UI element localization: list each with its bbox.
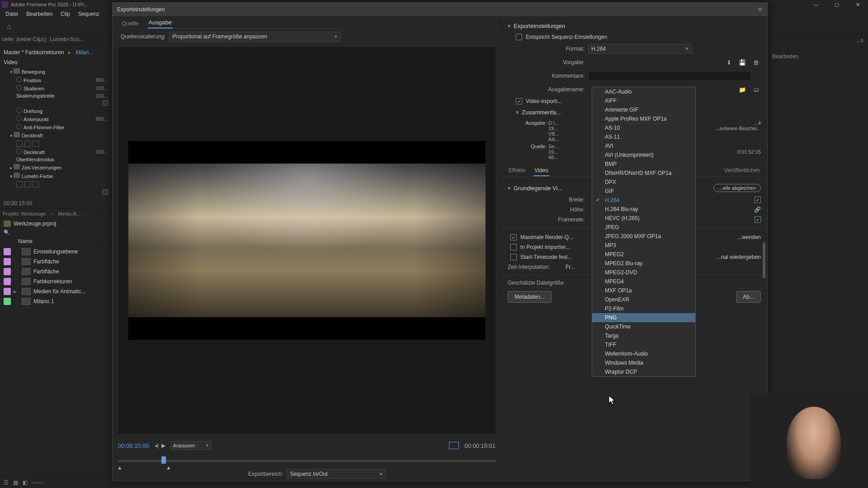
prop-scale-width[interactable]: Skalierungsbreite [16, 93, 55, 99]
menu-file[interactable]: Datei [2, 10, 22, 18]
metadata-button[interactable]: Metadaten... [508, 291, 552, 303]
prop-scale-width-value[interactable]: 100... [95, 93, 108, 99]
format-option[interactable]: AVI [592, 141, 695, 150]
aspect-ratio-icon[interactable] [449, 442, 459, 449]
tab-video[interactable]: Video [533, 165, 549, 176]
prop-position-value[interactable]: 960... [95, 77, 108, 83]
project-item[interactable]: Farbfläche [0, 267, 112, 277]
list-view-icon[interactable]: ☰ [4, 479, 9, 486]
freeform-view-icon[interactable]: ◧ [23, 479, 28, 486]
prop-opacity-value[interactable]: 100... [95, 149, 108, 155]
format-option[interactable]: Wraptor DCP [592, 367, 695, 376]
prop-anchor[interactable]: Ankerpunkt [24, 117, 49, 122]
format-option[interactable]: BMP [592, 160, 695, 169]
stopwatch-icon[interactable] [16, 149, 22, 154]
project-item[interactable]: Milano 1 [0, 296, 112, 306]
fps-match-checkbox[interactable] [755, 216, 761, 223]
browse-folder-icon[interactable]: 📁 [737, 84, 747, 94]
delete-preset-icon[interactable]: 🗑 [751, 57, 761, 67]
media-browser-tab[interactable]: Media-B... [58, 211, 80, 216]
project-item[interactable]: ▸Medien für Animatic... [0, 286, 112, 296]
format-option[interactable]: H.264 Blu-ray [592, 205, 695, 214]
format-option[interactable]: MPEG2-DVD [592, 268, 695, 277]
timeline-slider[interactable]: ▲ ▲ [113, 455, 501, 467]
project-tab[interactable]: Projekt: Werkzeuge [3, 211, 46, 216]
format-option[interactable]: AVI (Unkomprimiert) [592, 150, 695, 160]
format-option[interactable]: MPEG4 [592, 277, 695, 286]
mask-ellipse-icon[interactable] [16, 141, 23, 147]
menu-edit[interactable]: Bearbeiten [23, 10, 56, 18]
cancel-button[interactable]: Ab... [736, 291, 761, 303]
expand-icon[interactable]: ▸ [14, 288, 19, 295]
mask-pen-icon[interactable] [33, 181, 39, 188]
sequence-clip-link[interactable]: Milan... [75, 49, 93, 56]
export-video-checkbox[interactable] [516, 98, 522, 104]
format-option[interactable]: AS-11 [592, 132, 695, 141]
expand-icon[interactable]: ▾ [9, 69, 14, 75]
project-item[interactable]: Farbfläche [0, 257, 112, 267]
save-preset-icon[interactable]: 💾 [737, 57, 747, 67]
format-option[interactable]: P2-Film [592, 304, 695, 313]
fx-icon[interactable] [14, 173, 20, 178]
opacity-group[interactable]: Deckkraft [22, 133, 42, 138]
import-preset-icon[interactable]: ⬇ [724, 57, 734, 67]
mask-rect-icon[interactable] [24, 141, 31, 147]
format-option[interactable]: MPEG2 [592, 250, 695, 259]
prop-rotation[interactable]: Drehung [24, 108, 42, 114]
stopwatch-icon[interactable] [16, 85, 22, 90]
width-match-checkbox[interactable] [755, 197, 761, 203]
tab-publish[interactable]: Veröffentlichen [723, 165, 761, 176]
format-option[interactable]: AIFF [592, 96, 695, 105]
link-icon[interactable]: 🔗 [754, 206, 761, 213]
prop-position[interactable]: Position [24, 78, 41, 83]
lumetri-group[interactable]: Lumetri-Farbe [22, 174, 53, 179]
comments-field[interactable] [588, 71, 751, 81]
tab-effects[interactable]: Effekte [508, 165, 526, 176]
collapse-icon[interactable]: ▾ [516, 109, 519, 116]
current-timecode[interactable]: 00:00:15:00 [118, 442, 149, 449]
dialog-close-button[interactable]: ✕ [757, 6, 763, 13]
close-button[interactable]: ✕ [847, 0, 868, 9]
expand-icon[interactable]: ▾ [9, 174, 14, 179]
home-icon[interactable]: ⌂ [4, 21, 14, 32]
format-option[interactable]: Apple ProRes MXF OP1a [592, 114, 695, 123]
fx-icon[interactable] [14, 164, 20, 169]
format-dropdown[interactable]: H.264 ▼ [588, 44, 692, 54]
format-option[interactable]: DPX [592, 178, 695, 187]
stopwatch-icon[interactable] [16, 108, 22, 113]
format-option[interactable]: MP3 [592, 241, 695, 250]
import-project-checkbox[interactable] [510, 244, 517, 250]
tab-source[interactable]: Quelle [121, 18, 140, 28]
mask-pen-icon[interactable] [33, 141, 39, 147]
format-option[interactable]: H.264 [592, 196, 695, 205]
mask-rect-icon[interactable] [24, 181, 31, 188]
expand-icon[interactable]: ▾ [9, 133, 14, 139]
format-option[interactable]: AS-10 [592, 123, 695, 132]
motion-group[interactable]: Bewegung [22, 69, 45, 75]
format-option[interactable]: PNG [592, 313, 695, 322]
step-back-icon[interactable]: ◂| [155, 442, 159, 449]
format-option[interactable]: DNxHR/DNxHD MXF OP1a [592, 169, 695, 178]
max-quality-checkbox[interactable] [510, 234, 517, 240]
format-option[interactable]: Targa [592, 331, 695, 340]
start-timecode-checkbox[interactable] [510, 254, 517, 260]
format-option[interactable]: Windows Media [592, 358, 695, 367]
format-option[interactable]: TIFF [592, 340, 695, 349]
range-dropdown[interactable]: Sequenz In/Out ▼ [287, 469, 386, 479]
format-option[interactable]: JPEG [592, 223, 695, 232]
in-point-icon[interactable]: ▲ [117, 465, 123, 471]
prop-scale-value[interactable]: 103... [95, 85, 108, 91]
stopwatch-icon[interactable] [16, 77, 22, 82]
lumetri-tab[interactable]: Lumetri-Sco... [50, 36, 84, 42]
match-source-button[interactable]: ...elle abgleichen [713, 184, 761, 192]
stopwatch-icon[interactable] [16, 116, 22, 121]
format-option[interactable]: MXF OP1a [592, 286, 695, 295]
format-option[interactable]: JPEG 2000 MXF OP1a [592, 232, 695, 241]
format-option[interactable]: AAC-Audio [592, 87, 695, 96]
expand-icon[interactable]: ▸ [9, 165, 14, 171]
format-option[interactable]: MPEG2 Blu-ray [592, 259, 695, 268]
format-option[interactable]: Animierte GIF [592, 105, 695, 114]
match-sequence-checkbox[interactable] [516, 34, 522, 40]
tab-output[interactable]: Ausgabe [148, 17, 173, 28]
format-option[interactable]: GIF [592, 187, 695, 196]
